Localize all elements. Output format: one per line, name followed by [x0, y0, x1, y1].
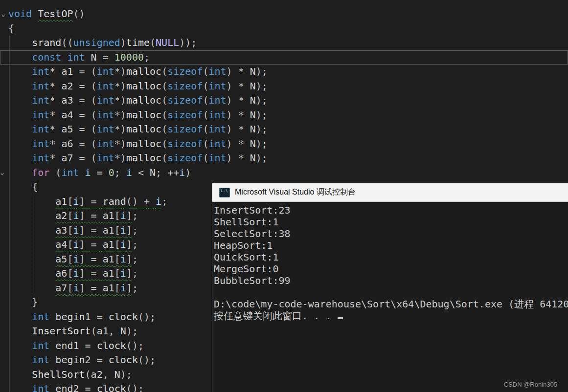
code-line[interactable]: int* a1 = (int*)malloc(sizeof(int) * N); [0, 65, 568, 79]
vs-editor-screen: ⌄ ⌄ void TestOP(){ srand((unsigned)time(… [0, 0, 568, 392]
console-line [214, 286, 568, 298]
code-line[interactable]: int* a6 = (int*)malloc(sizeof(int) * N); [0, 137, 568, 152]
console-output[interactable]: InsertSort:23ShellSort:1SelectSort:38Hea… [212, 202, 568, 392]
code-line[interactable]: int* a4 = (int*)malloc(sizeof(int) * N); [0, 108, 568, 123]
code-line[interactable]: int* a7 = (int*)malloc(sizeof(int) * N); [0, 151, 568, 166]
console-icon[interactable]: C:\ [219, 188, 230, 197]
console-title: Microsoft Visual Studio 调试控制台 [235, 187, 356, 197]
console-line: 按任意键关闭此窗口. . . [214, 310, 568, 322]
console-line: InsertSort:23 [214, 204, 568, 216]
console-line: MergeSort:0 [214, 263, 568, 275]
code-line[interactable]: for (int i = 0; i < N; ++i) [0, 166, 568, 180]
code-line[interactable]: const int N = 10000; [0, 50, 568, 65]
console-line: ShellSort:1 [214, 216, 568, 228]
console-line: BubbleSort:99 [214, 275, 568, 286]
console-line: D:\code\my-code-warehouse\Sort\x64\Debug… [214, 298, 568, 310]
console-cursor [338, 317, 343, 319]
console-line: SelectSort:38 [214, 228, 568, 240]
debug-console-window[interactable]: C:\ Microsoft Visual Studio 调试控制台 Insert… [212, 183, 568, 392]
console-titlebar[interactable]: C:\ Microsoft Visual Studio 调试控制台 [212, 183, 568, 202]
code-line[interactable]: void TestOP() [0, 7, 568, 22]
code-line[interactable]: srand((unsigned)time(NULL)); [0, 36, 568, 50]
code-line[interactable]: int* a2 = (int*)malloc(sizeof(int) * N); [0, 79, 568, 94]
console-line: HeapSort:1 [214, 240, 568, 251]
console-icon-label: C:\ [221, 189, 227, 193]
code-line[interactable]: int* a3 = (int*)malloc(sizeof(int) * N); [0, 93, 568, 108]
console-line: QuickSort:1 [214, 251, 568, 263]
code-line[interactable]: { [0, 22, 568, 36]
code-line[interactable]: int* a5 = (int*)malloc(sizeof(int) * N); [0, 122, 568, 137]
watermark: CSDN @Ronin305 [504, 381, 557, 388]
